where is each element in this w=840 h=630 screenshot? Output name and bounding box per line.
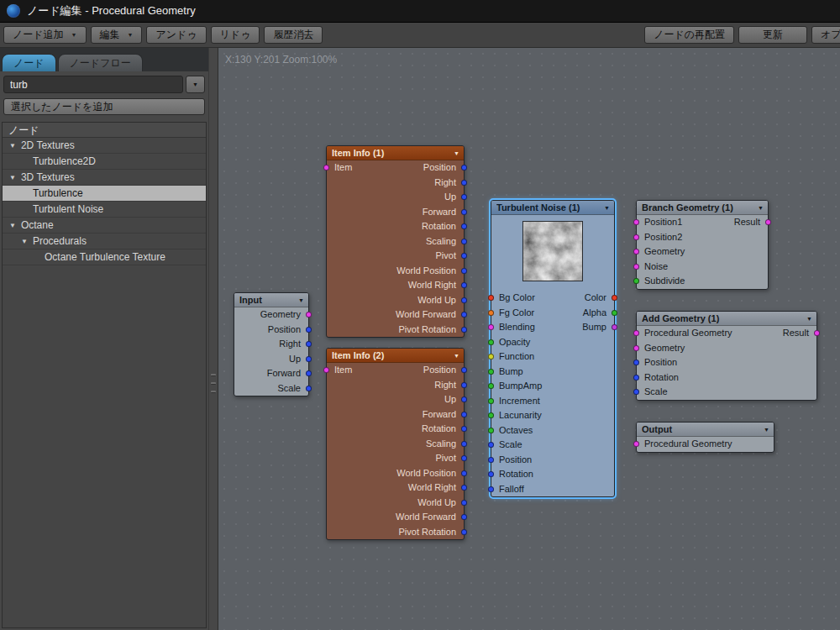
- output-socket[interactable]: [306, 312, 312, 318]
- output-socket[interactable]: [461, 223, 467, 229]
- chevron-down-icon[interactable]: ▼: [764, 427, 769, 433]
- tab-nodes[interactable]: ノード: [2, 54, 56, 71]
- output-socket[interactable]: [461, 441, 467, 447]
- tree-item-octane[interactable]: ▼Octane: [3, 218, 206, 234]
- input-socket[interactable]: [633, 264, 639, 270]
- input-socket[interactable]: [633, 219, 639, 225]
- chevron-down-icon[interactable]: ▼: [298, 297, 304, 303]
- expand-arrow-icon[interactable]: ▼: [9, 174, 16, 181]
- input-socket[interactable]: [633, 234, 639, 240]
- output-socket[interactable]: [306, 370, 312, 376]
- clear-history-button[interactable]: 履歴消去: [264, 26, 323, 44]
- input-socket[interactable]: [633, 441, 639, 447]
- node-item-info-1[interactable]: Item Info (1)▼ItemPositionRightUpForward…: [326, 145, 465, 338]
- output-socket[interactable]: [612, 324, 617, 330]
- input-socket[interactable]: [633, 389, 639, 395]
- input-socket[interactable]: [488, 354, 494, 360]
- expand-arrow-icon[interactable]: ▼: [9, 222, 16, 229]
- output-socket[interactable]: [612, 295, 617, 301]
- node-canvas[interactable]: X:130 Y:201 Zoom:100% Item Info (1)▼Item…: [218, 48, 840, 630]
- node-header-turbulent-noise-1[interactable]: Turbulent Noise (1)▼: [491, 201, 614, 215]
- input-socket[interactable]: [488, 457, 494, 463]
- output-socket[interactable]: [461, 194, 467, 200]
- output-socket[interactable]: [612, 310, 617, 316]
- input-socket[interactable]: [633, 249, 639, 255]
- tree-item-turbulence[interactable]: Turbulence: [3, 186, 206, 202]
- node-add-geometry-1[interactable]: Add Geometry (1)▼Procedural GeometryResu…: [636, 311, 817, 401]
- node-header-add-geometry-1[interactable]: Add Geometry (1)▼: [637, 312, 816, 326]
- node-header-branch-geometry-1[interactable]: Branch Geometry (1)▼: [637, 201, 768, 215]
- output-socket[interactable]: [461, 239, 467, 244]
- tree-item-turbulence2d[interactable]: Turbulence2D: [3, 154, 206, 170]
- input-socket[interactable]: [488, 428, 494, 433]
- input-socket[interactable]: [323, 367, 329, 373]
- output-socket[interactable]: [461, 529, 467, 535]
- sidebar-splitter[interactable]: [208, 48, 218, 630]
- node-turbulent-noise-1[interactable]: Turbulent Noise (1)▼Bg ColorColorFg Colo…: [491, 200, 615, 497]
- expand-arrow-icon[interactable]: ▼: [21, 238, 28, 245]
- tab-nodeflow[interactable]: ノードフロー: [58, 54, 143, 71]
- output-socket[interactable]: [461, 396, 467, 402]
- node-header-item-info-2[interactable]: Item Info (2)▼: [327, 349, 464, 363]
- input-socket[interactable]: [488, 324, 494, 330]
- node-output[interactable]: Output▼Procedural Geometry: [636, 422, 774, 453]
- input-socket[interactable]: [488, 442, 494, 448]
- output-socket[interactable]: [461, 180, 467, 186]
- output-socket[interactable]: [461, 268, 467, 274]
- output-socket[interactable]: [306, 386, 312, 391]
- input-socket[interactable]: [633, 278, 639, 284]
- output-socket[interactable]: [306, 327, 312, 333]
- undo-button[interactable]: アンドゥ: [146, 26, 206, 44]
- tree-item-procedurals[interactable]: ▼Procedurals: [3, 234, 206, 249]
- rearrange-nodes-button[interactable]: ノードの再配置: [644, 26, 734, 44]
- output-socket[interactable]: [461, 455, 467, 461]
- node-item-info-2[interactable]: Item Info (2)▼ItemPositionRightUpForward…: [326, 348, 465, 540]
- node-branch-geometry-1[interactable]: Branch Geometry (1)▼Position1ResultPosit…: [636, 200, 769, 290]
- input-socket[interactable]: [633, 375, 639, 381]
- chevron-down-icon[interactable]: ▼: [454, 353, 459, 359]
- node-input[interactable]: Input▼GeometryPositionRightUpForwardScal…: [234, 292, 309, 396]
- output-socket[interactable]: [306, 341, 312, 347]
- options-button[interactable]: オプ: [811, 26, 840, 44]
- output-socket[interactable]: [461, 412, 467, 417]
- output-socket[interactable]: [461, 253, 467, 259]
- tree-item-octane-turbulence-texture[interactable]: Octane Turbulence Texture: [3, 249, 206, 265]
- tree-item-2d-textures[interactable]: ▼2D Textures: [3, 138, 206, 154]
- output-socket[interactable]: [461, 312, 467, 318]
- input-socket[interactable]: [488, 339, 494, 345]
- output-socket[interactable]: [461, 382, 467, 388]
- expand-arrow-icon[interactable]: ▼: [9, 142, 16, 150]
- output-socket[interactable]: [461, 282, 467, 288]
- input-socket[interactable]: [488, 295, 494, 301]
- chevron-down-icon[interactable]: ▼: [806, 316, 812, 322]
- output-socket[interactable]: [461, 367, 467, 373]
- chevron-down-icon[interactable]: ▼: [758, 205, 764, 211]
- node-search-input[interactable]: [3, 76, 183, 93]
- input-socket[interactable]: [488, 412, 494, 418]
- input-socket[interactable]: [488, 383, 494, 389]
- redo-button[interactable]: リドゥ: [211, 26, 260, 44]
- input-socket[interactable]: [633, 360, 639, 365]
- output-socket[interactable]: [461, 426, 467, 432]
- output-socket[interactable]: [814, 330, 820, 336]
- output-socket[interactable]: [461, 485, 467, 491]
- chevron-down-icon[interactable]: ▼: [454, 150, 459, 156]
- node-header-item-info-1[interactable]: Item Info (1)▼: [327, 146, 464, 160]
- output-socket[interactable]: [461, 165, 467, 171]
- search-dropdown-button[interactable]: ▼: [186, 76, 205, 93]
- edit-menu-button[interactable]: 編集 ▼: [91, 26, 143, 44]
- update-button[interactable]: 更新: [738, 26, 807, 44]
- output-socket[interactable]: [461, 327, 467, 333]
- output-socket[interactable]: [461, 209, 467, 215]
- input-socket[interactable]: [488, 471, 494, 477]
- input-socket[interactable]: [488, 369, 494, 375]
- input-socket[interactable]: [633, 345, 639, 351]
- output-socket[interactable]: [461, 500, 467, 506]
- chevron-down-icon[interactable]: ▼: [604, 205, 610, 211]
- add-node-menu-button[interactable]: ノード追加 ▼: [3, 26, 87, 44]
- input-socket[interactable]: [323, 165, 329, 171]
- output-socket[interactable]: [461, 514, 467, 520]
- tree-item-turbulent-noise[interactable]: Turbulent Noise: [3, 202, 206, 218]
- input-socket[interactable]: [488, 310, 494, 316]
- output-socket[interactable]: [461, 297, 467, 303]
